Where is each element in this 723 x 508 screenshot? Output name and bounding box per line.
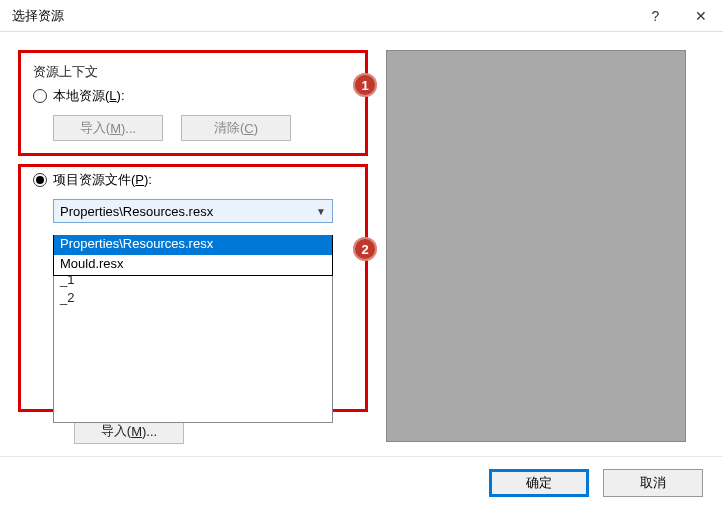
dropdown-option[interactable]: Properties\Resources.resx <box>54 235 332 255</box>
close-icon: ✕ <box>695 8 707 24</box>
radio-local-resource[interactable]: 本地资源(L): <box>33 87 353 105</box>
dialog-content: 资源上下文 本地资源(L): 导入(M)... 清除(C) 1 项目资源文件(P… <box>0 32 723 454</box>
group-resource-context: 资源上下文 本地资源(L): 导入(M)... 清除(C) 1 <box>18 50 368 156</box>
radio-icon <box>33 89 47 103</box>
close-button[interactable]: ✕ <box>678 0 723 32</box>
annotation-marker-1: 1 <box>353 73 377 97</box>
titlebar: 选择资源 ? ✕ <box>0 0 723 32</box>
combo-selected-text: Properties\Resources.resx <box>60 204 213 219</box>
preview-area <box>386 50 686 442</box>
group-project-resource-file: 项目资源文件(P): Properties\Resources.resx ▼ P… <box>18 164 368 412</box>
resource-listbox[interactable]: _1 _2 <box>53 269 333 423</box>
left-panel: 资源上下文 本地资源(L): 导入(M)... 清除(C) 1 项目资源文件(P… <box>18 50 368 444</box>
window-title: 选择资源 <box>12 7 633 25</box>
dropdown-option[interactable]: Mould.resx <box>54 255 332 275</box>
annotation-marker-2: 2 <box>353 237 377 261</box>
radio-icon <box>33 173 47 187</box>
radio-project-resource-file[interactable]: 项目资源文件(P): <box>33 171 353 189</box>
group-context-legend: 资源上下文 <box>33 63 353 81</box>
cancel-button[interactable]: 取消 <box>603 469 703 497</box>
chevron-down-icon: ▼ <box>316 206 326 217</box>
ok-button[interactable]: 确定 <box>489 469 589 497</box>
help-icon: ? <box>652 8 660 24</box>
import-local-button[interactable]: 导入(M)... <box>53 115 163 141</box>
radio-local-label: 本地资源(L): <box>53 87 125 105</box>
clear-button[interactable]: 清除(C) <box>181 115 291 141</box>
dialog-footer: 确定 取消 <box>0 456 723 508</box>
resource-file-dropdown: Properties\Resources.resx Mould.resx <box>53 235 333 276</box>
help-button[interactable]: ? <box>633 0 678 32</box>
list-item[interactable]: _2 <box>60 290 326 308</box>
resource-file-combobox[interactable]: Properties\Resources.resx ▼ <box>53 199 333 223</box>
radio-project-label: 项目资源文件(P): <box>53 171 152 189</box>
